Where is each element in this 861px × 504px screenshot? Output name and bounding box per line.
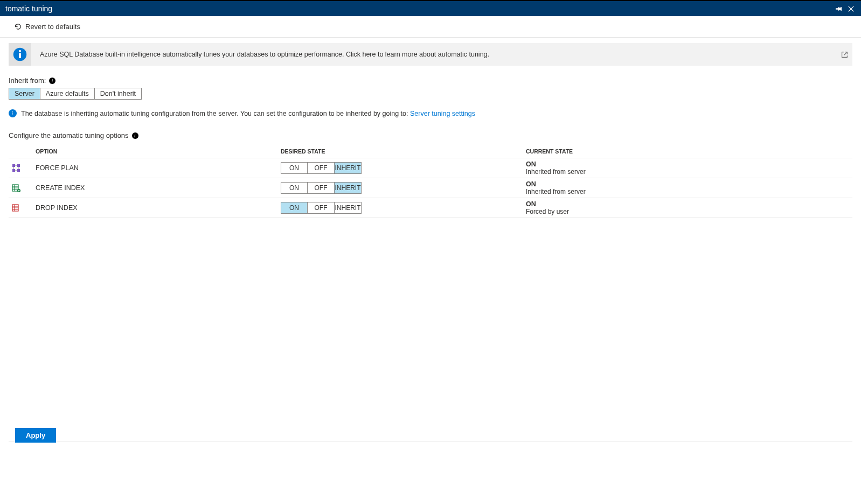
state-off-button[interactable]: OFF — [308, 202, 335, 214]
close-button[interactable] — [845, 3, 857, 15]
inherit-option-server[interactable]: Server — [9, 88, 40, 100]
info-banner: Azure SQL Database built-in intelligence… — [9, 43, 852, 66]
info-banner-text[interactable]: Azure SQL Database built-in intelligence… — [31, 51, 836, 58]
inherit-option-don-t-inherit[interactable]: Don't inherit — [95, 88, 142, 100]
svg-rect-8 — [12, 169, 15, 172]
col-header-current: CURRENT STATE — [526, 148, 852, 155]
desired-state-segmented: ONOFFINHERIT — [281, 182, 526, 194]
inherit-from-label: Inherit from: — [9, 76, 46, 85]
blade-header: tomatic tuning — [0, 0, 861, 16]
server-tuning-settings-link[interactable]: Server tuning settings — [410, 110, 475, 117]
option-name: CREATE INDEX — [36, 184, 281, 192]
state-inherit-button[interactable]: INHERIT — [335, 182, 362, 194]
table-row: CREATE INDEXONOFFINHERITONInherited from… — [9, 178, 852, 198]
info-icon: i — [9, 109, 17, 117]
pin-icon — [836, 5, 843, 12]
current-state-detail: Inherited from server — [526, 188, 852, 195]
inherit-status-text: The database is inheriting automatic tun… — [21, 110, 408, 117]
info-icon — [12, 47, 27, 62]
svg-line-5 — [844, 52, 847, 55]
force-plan-icon — [9, 164, 36, 172]
revert-to-defaults-button[interactable]: Revert to defaults — [14, 23, 80, 31]
tuning-options-table: OPTION DESIRED STATE CURRENT STATE FORCE… — [9, 145, 852, 218]
info-banner-icon-wrap — [9, 43, 31, 66]
info-tooltip-icon[interactable]: i — [132, 132, 138, 139]
state-off-button[interactable]: OFF — [308, 162, 335, 174]
current-state-value: ON — [526, 200, 852, 208]
svg-rect-7 — [17, 164, 20, 167]
svg-point-3 — [19, 50, 21, 52]
col-header-option: OPTION — [36, 148, 281, 155]
close-icon — [848, 5, 855, 12]
blade-title: tomatic tuning — [4, 4, 833, 13]
svg-rect-4 — [19, 53, 21, 58]
state-off-button[interactable]: OFF — [308, 182, 335, 194]
desired-state-segmented: ONOFFINHERIT — [281, 162, 526, 174]
table-row: DROP INDEXONOFFINHERITONForced by user — [9, 198, 852, 218]
svg-rect-9 — [17, 169, 20, 172]
configure-options-label-row: Configure the automatic tuning options i — [9, 131, 852, 139]
desired-state-segmented: ONOFFINHERIT — [281, 202, 526, 214]
state-on-button[interactable]: ON — [281, 202, 308, 214]
inherit-from-segmented: ServerAzure defaultsDon't inherit — [9, 88, 852, 100]
current-state: ONInherited from server — [526, 180, 852, 195]
current-state-detail: Inherited from server — [526, 168, 852, 176]
current-state-detail: Forced by user — [526, 208, 852, 215]
state-inherit-button[interactable]: INHERIT — [335, 202, 362, 214]
current-state-value: ON — [526, 160, 852, 168]
table-header: OPTION DESIRED STATE CURRENT STATE — [9, 145, 852, 158]
inherit-from-label-row: Inherit from: i — [9, 76, 852, 85]
revert-label: Revert to defaults — [25, 23, 80, 31]
info-tooltip-icon[interactable]: i — [49, 78, 55, 84]
col-header-desired: DESIRED STATE — [281, 148, 526, 155]
current-state: ONInherited from server — [526, 160, 852, 176]
inherit-status-line: i The database is inheriting automatic t… — [9, 109, 852, 117]
state-inherit-button[interactable]: INHERIT — [335, 162, 362, 174]
current-state: ONForced by user — [526, 200, 852, 215]
configure-options-label: Configure the automatic tuning options — [9, 131, 129, 139]
revert-icon — [14, 23, 22, 31]
drop-index-icon — [9, 204, 36, 212]
create-index-icon — [9, 184, 36, 192]
pin-button[interactable] — [833, 3, 845, 15]
state-on-button[interactable]: ON — [281, 182, 308, 194]
external-link-icon — [841, 51, 848, 58]
inherit-option-azure-defaults[interactable]: Azure defaults — [40, 88, 95, 100]
external-link-button[interactable] — [836, 51, 852, 58]
option-name: FORCE PLAN — [36, 164, 281, 172]
table-row: FORCE PLANONOFFINHERITONInherited from s… — [9, 158, 852, 178]
current-state-value: ON — [526, 180, 852, 188]
command-bar: Revert to defaults — [0, 16, 861, 38]
option-name: DROP INDEX — [36, 204, 281, 212]
svg-rect-6 — [12, 164, 15, 167]
state-on-button[interactable]: ON — [281, 162, 308, 174]
